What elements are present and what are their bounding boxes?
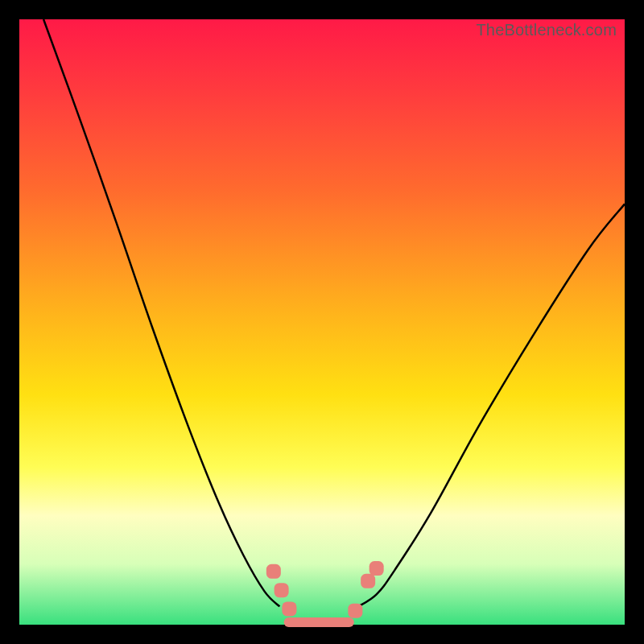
- left-branch-path: [43, 19, 279, 606]
- left-branch-group: [43, 19, 279, 606]
- marker: [275, 583, 289, 597]
- right-branch-group: [358, 204, 625, 606]
- chart-svg: [19, 19, 625, 625]
- right-branch-path: [358, 204, 625, 606]
- markers-group: [266, 561, 384, 618]
- chart-frame: TheBottleneck.com: [0, 0, 644, 644]
- plot-area: TheBottleneck.com: [19, 19, 625, 625]
- marker: [266, 564, 281, 579]
- marker: [361, 574, 375, 588]
- marker: [348, 604, 362, 618]
- marker: [282, 601, 296, 616]
- marker: [369, 561, 384, 576]
